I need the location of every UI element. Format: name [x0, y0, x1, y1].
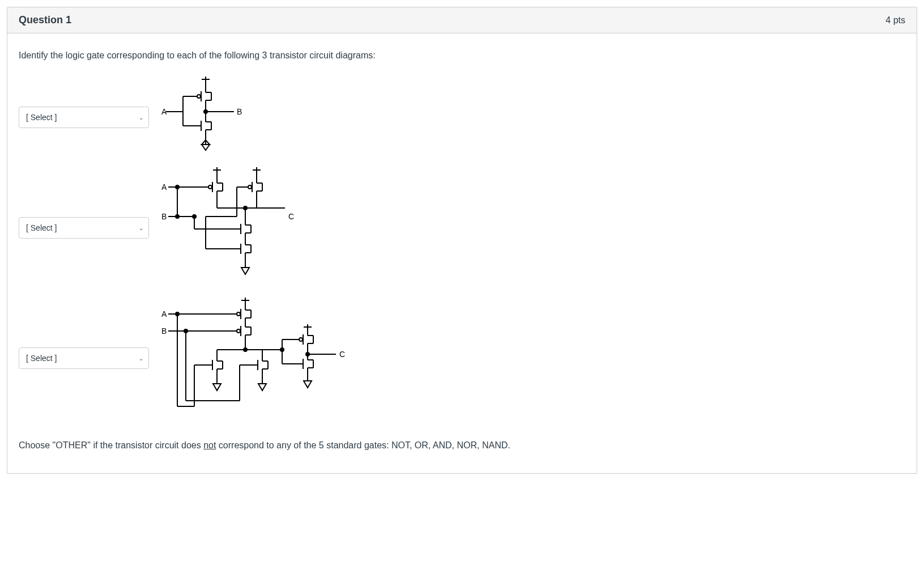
select-wrap-3: [ Select ]NOTORANDNORNANDOTHER ⌄: [19, 347, 149, 369]
svg-point-72: [193, 215, 196, 218]
question-points: 4 pts: [885, 15, 905, 26]
svg-point-22: [204, 110, 207, 113]
circuit2-label-B: B: [161, 212, 167, 221]
svg-point-139: [306, 353, 309, 356]
circuit-diagram-1: A B: [160, 72, 257, 163]
svg-marker-136: [304, 381, 312, 388]
svg-point-137: [280, 348, 284, 351]
svg-point-143: [184, 329, 188, 333]
svg-point-10: [197, 95, 201, 98]
question-container: Question 1 4 pts Identify the logic gate…: [7, 7, 917, 474]
circuit-row-3: [ Select ]NOTORANDNORNANDOTHER ⌄: [19, 293, 905, 423]
question-header: Question 1 4 pts: [7, 7, 917, 33]
footer-pre: Choose "OTHER" if the transistor circuit…: [19, 440, 203, 450]
svg-point-38: [208, 185, 212, 189]
question-title: Question 1: [19, 14, 71, 26]
select-wrap-2: [ Select ]NOTORANDNORNANDOTHER ⌄: [19, 217, 149, 239]
svg-marker-25: [202, 145, 210, 150]
select-gate-3[interactable]: [ Select ]NOTORANDNORNANDOTHER: [19, 347, 149, 369]
svg-marker-74: [241, 268, 249, 274]
circuit3-label-A: A: [161, 309, 167, 319]
question-body: Identify the logic gate corresponding to…: [7, 33, 917, 473]
select-gate-1[interactable]: [ Select ]NOTORANDNORNANDOTHER: [19, 107, 149, 128]
circuit-diagram-2: C A: [160, 163, 308, 293]
question-prompt: Identify the logic gate corresponding to…: [19, 50, 905, 61]
svg-marker-105: [213, 384, 221, 391]
svg-point-46: [248, 185, 252, 189]
circuit-diagram-3: C A B: [160, 293, 353, 423]
circuit2-label-C: C: [288, 212, 294, 221]
circuit-row-1: [ Select ]NOTORANDNORNANDOTHER ⌄: [19, 72, 905, 163]
circuit1-label-B: B: [237, 107, 242, 116]
footer-under: not: [203, 440, 216, 450]
svg-point-83: [237, 312, 240, 316]
svg-point-141: [176, 312, 179, 316]
svg-point-69: [176, 185, 179, 189]
svg-point-90: [237, 329, 240, 333]
select-wrap-1: [ Select ]NOTORANDNORNANDOTHER ⌄: [19, 107, 149, 128]
svg-marker-116: [258, 384, 266, 391]
svg-point-73: [176, 215, 179, 218]
footer-note: Choose "OTHER" if the transistor circuit…: [19, 440, 905, 451]
circuit1-label-A: A: [161, 107, 167, 116]
footer-post: correspond to any of the 5 standard gate…: [216, 440, 510, 450]
circuit2-label-A: A: [161, 182, 167, 192]
select-gate-2[interactable]: [ Select ]NOTORANDNORNANDOTHER: [19, 217, 149, 239]
svg-point-126: [299, 338, 303, 341]
circuit3-label-B: B: [161, 326, 167, 336]
circuit3-label-C: C: [339, 350, 345, 359]
circuit-row-2: [ Select ]NOTORANDNORNANDOTHER ⌄: [19, 163, 905, 293]
